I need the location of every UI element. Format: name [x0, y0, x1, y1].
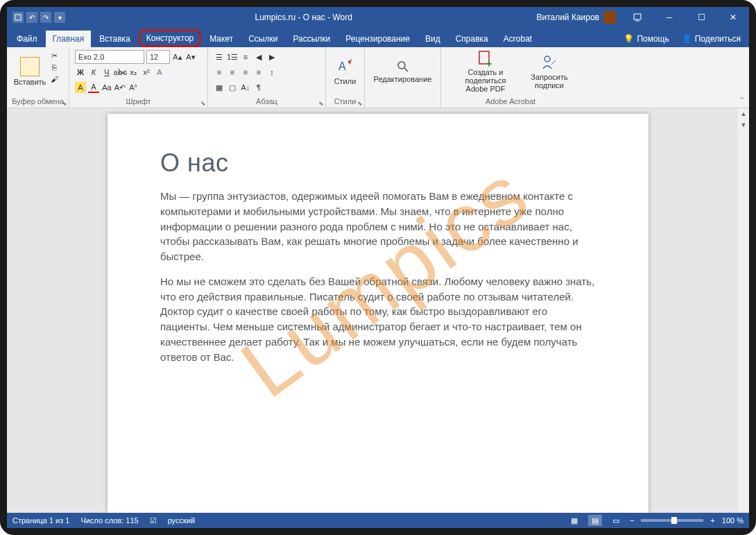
decrease-indent-icon[interactable]: ◀ — [253, 51, 264, 62]
font-color-icon[interactable]: A — [88, 82, 99, 93]
svg-text:A: A — [338, 60, 346, 72]
svg-rect-4 — [479, 51, 489, 64]
tab-mailings[interactable]: Рассылки — [286, 31, 337, 47]
vertical-scrollbar[interactable]: ▲ ▼ — [738, 108, 749, 513]
zoom-slider[interactable] — [641, 519, 703, 522]
shading-icon[interactable]: ▦ — [214, 82, 225, 93]
user-name: Виталий Каиров — [536, 12, 599, 22]
dialog-launcher-icon[interactable]: ⬊ — [318, 100, 324, 107]
print-layout-icon[interactable]: ▤ — [588, 515, 602, 526]
text-effects-icon[interactable]: A — [154, 67, 165, 78]
increase-indent-icon[interactable]: ▶ — [266, 51, 277, 62]
align-right-icon[interactable]: ≡ — [240, 67, 251, 78]
superscript-icon[interactable]: x² — [141, 67, 152, 78]
page-indicator[interactable]: Страница 1 из 1 — [12, 516, 69, 525]
undo-icon[interactable]: ↶ — [26, 12, 37, 23]
bulb-icon: 💡 — [624, 34, 634, 44]
paste-button[interactable]: Вставить — [12, 50, 47, 93]
dialog-launcher-icon[interactable]: ⬊ — [200, 100, 206, 107]
user-area[interactable]: Виталий Каиров — [536, 11, 621, 24]
scroll-down-icon[interactable]: ▼ — [738, 119, 749, 130]
svg-point-5 — [544, 56, 550, 62]
dialog-launcher-icon[interactable]: ⬊ — [357, 100, 363, 107]
autosave-icon[interactable] — [12, 12, 24, 23]
group-acrobat: Создать и поделиться Adobe PDF Запросить… — [441, 47, 580, 108]
zoom-in-icon[interactable]: + — [710, 516, 714, 525]
copy-icon[interactable]: ⎘ — [49, 62, 60, 73]
tab-home[interactable]: Главная — [46, 31, 92, 47]
editing-button[interactable]: Редактирование — [370, 50, 435, 93]
shrink-font-icon[interactable]: A▾ — [185, 51, 196, 62]
tab-help[interactable]: Справка — [449, 31, 495, 47]
tab-view[interactable]: Вид — [418, 31, 447, 47]
tab-review[interactable]: Рецензирование — [338, 31, 417, 47]
group-editing: Редактирование — [365, 47, 441, 108]
zoom-out-icon[interactable]: − — [630, 516, 634, 525]
bullets-icon[interactable]: ☰ — [214, 51, 225, 62]
read-mode-icon[interactable]: ▦ — [567, 515, 581, 526]
align-left-icon[interactable]: ≡ — [214, 67, 225, 78]
request-sign-button[interactable]: Запросить подписи — [525, 50, 574, 93]
share-icon: 👤 — [682, 34, 692, 44]
close-button[interactable]: ✕ — [717, 7, 749, 28]
sort-icon[interactable]: A↓ — [240, 82, 251, 93]
scroll-up-icon[interactable]: ▲ — [738, 108, 749, 119]
tab-references[interactable]: Ссылки — [241, 31, 284, 47]
bold-icon[interactable]: Ж — [75, 67, 86, 78]
maximize-button[interactable]: ☐ — [685, 7, 717, 28]
clear-format-icon[interactable]: A↶ — [114, 82, 126, 93]
document-area: Lumpics О нас Мы — группа энтузиастов, о… — [7, 108, 749, 513]
tab-layout[interactable]: Макет — [203, 31, 240, 47]
italic-icon[interactable]: К — [88, 67, 99, 78]
tab-acrobat[interactable]: Acrobat — [497, 31, 539, 47]
minimize-button[interactable]: ─ — [653, 7, 685, 28]
svg-rect-1 — [634, 14, 641, 19]
zoom-level[interactable]: 100 % — [722, 516, 744, 525]
character-shading-icon[interactable]: A° — [128, 82, 139, 93]
font-name-combo[interactable]: Exo 2.0 — [75, 50, 144, 64]
grow-font-icon[interactable]: A▴ — [172, 51, 183, 62]
strike-icon[interactable]: ab̶c̶ — [114, 67, 126, 78]
create-pdf-button[interactable]: Создать и поделиться Adobe PDF — [447, 50, 524, 93]
proofing-icon[interactable]: ☑ — [150, 516, 157, 525]
styles-button[interactable]: A Стили — [332, 50, 359, 93]
multilevel-icon[interactable]: ≡ — [240, 51, 251, 62]
word-count[interactable]: Число слов: 115 — [80, 516, 138, 525]
change-case-icon[interactable]: Aa — [101, 82, 112, 93]
document-page[interactable]: Lumpics О нас Мы — группа энтузиастов, о… — [108, 114, 648, 513]
ribbon-options-icon[interactable] — [621, 7, 653, 28]
tab-file[interactable]: Файл — [10, 31, 44, 47]
font-size-combo[interactable]: 12 — [146, 50, 170, 64]
group-font: Exo 2.0 12 A▴ A▾ Ж К Ч ab̶c̶ x₂ x² A A A — [69, 47, 208, 108]
borders-icon[interactable]: ▢ — [227, 82, 238, 93]
collapse-ribbon-icon[interactable]: ⌃ — [580, 47, 749, 108]
web-layout-icon[interactable]: ▭ — [609, 515, 623, 526]
svg-point-3 — [398, 62, 405, 69]
dialog-launcher-icon[interactable]: ⬊ — [62, 100, 67, 107]
justify-icon[interactable]: ≡ — [253, 67, 264, 78]
search-icon — [396, 60, 410, 74]
title-bar: ↶ ↷ ▾ Lumpics.ru - О нас - Word Виталий … — [7, 7, 749, 28]
align-center-icon[interactable]: ≡ — [227, 67, 238, 78]
styles-icon: A — [336, 58, 354, 76]
highlight-icon[interactable]: A — [75, 82, 86, 93]
paragraph: Но мы не сможем это сделать без Вашей об… — [160, 274, 596, 365]
quick-access: ↶ ↷ ▾ — [7, 12, 71, 23]
ribbon-tabs: Файл Главная Вставка Конструктор Макет С… — [7, 28, 749, 47]
redo-icon[interactable]: ↷ — [40, 12, 51, 23]
cut-icon[interactable]: ✂ — [49, 50, 60, 61]
share-button[interactable]: 👤Поделиться — [676, 31, 746, 47]
qat-dropdown-icon[interactable]: ▾ — [54, 12, 65, 23]
tell-me[interactable]: 💡Помощь — [618, 31, 674, 47]
subscript-icon[interactable]: x₂ — [128, 67, 139, 78]
tab-design[interactable]: Конструктор — [139, 29, 201, 47]
svg-rect-0 — [15, 15, 21, 20]
language-indicator[interactable]: русский — [168, 516, 195, 525]
show-marks-icon[interactable]: ¶ — [253, 82, 264, 93]
format-painter-icon[interactable]: 🖌 — [49, 74, 60, 85]
numbering-icon[interactable]: 1☰ — [227, 51, 238, 62]
tab-insert[interactable]: Вставка — [92, 31, 137, 47]
group-paragraph: ☰ 1☰ ≡ ◀ ▶ ≡ ≡ ≡ ≡ ↕ ▦ ▢ A↓ ¶ — [208, 47, 326, 108]
underline-icon[interactable]: Ч — [101, 67, 112, 78]
line-spacing-icon[interactable]: ↕ — [266, 67, 277, 78]
